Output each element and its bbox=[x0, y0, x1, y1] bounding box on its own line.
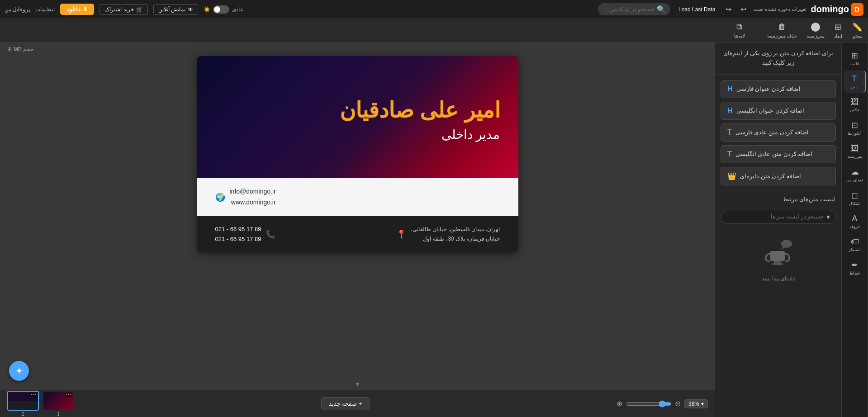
new-page-button[interactable]: + صفحه جدید bbox=[321, 397, 370, 410]
zoom-slider[interactable] bbox=[626, 400, 671, 408]
location-icon: 📍 bbox=[396, 229, 406, 239]
subscribe-button[interactable]: 🛒 خرید اشتراک bbox=[100, 4, 147, 15]
sidebar-item-image[interactable]: 🖼 عکس bbox=[844, 94, 866, 116]
add-persian-text-btn[interactable]: اضافه کردن متن عادی فارسی T bbox=[721, 123, 836, 142]
sidebar-item-pen[interactable]: ✒ خطاط bbox=[844, 256, 866, 279]
sidebar-item-shapes[interactable]: ◻ اشکال bbox=[844, 187, 866, 209]
search-icon: 🔍 bbox=[657, 5, 666, 14]
online-show-button[interactable]: 👁 نمایش آنلاین bbox=[153, 4, 198, 15]
globe-icon: 🌍 bbox=[215, 192, 225, 202]
search-input[interactable] bbox=[602, 6, 654, 13]
text-icon: T bbox=[852, 74, 857, 84]
related-texts-header: لیست متن‌های مرتبط bbox=[715, 191, 841, 207]
page-thumb-1-dots bbox=[65, 393, 72, 397]
download-button[interactable]: ⬇ دانلود bbox=[60, 4, 94, 15]
online-show-label: نمایش آنلاین bbox=[158, 6, 185, 13]
fab-button[interactable]: ✦ bbox=[9, 361, 29, 381]
zoom-in-button[interactable]: ⊕ bbox=[617, 399, 622, 408]
undo-button[interactable]: ↩ bbox=[738, 4, 749, 15]
no-data-text: داده‌ای پیدا نشد bbox=[762, 275, 795, 282]
layers-icon: ⧉ bbox=[736, 22, 742, 32]
text-add-buttons: اضافه کردن عنوان فارسی H اضافه کردن عنوا… bbox=[715, 75, 841, 191]
background-btn-icon bbox=[811, 23, 820, 32]
nav-right: D domingo تغییرات ذخیره نشده است ↩ ↪ Loa… bbox=[598, 3, 863, 16]
toggle-knob bbox=[214, 6, 220, 13]
svg-point-0 bbox=[781, 240, 792, 248]
sidebar-item-icons[interactable]: ⊡ آیکون‌ها bbox=[844, 117, 866, 139]
toolbar-remove-bg[interactable]: 🗑 حذف پس‌زمینه bbox=[767, 22, 797, 39]
remove-bg-icon: 🗑 bbox=[778, 22, 786, 32]
sidebar-item-text[interactable]: T متن bbox=[844, 71, 866, 93]
unsaved-indicator: تغییرات ذخیره نشده است bbox=[753, 6, 806, 12]
panel-header-text: برای اضافه کردن متن بر روی یکی از آیتم‌ه… bbox=[723, 50, 833, 66]
toolbar-background[interactable]: پس‌زمینه bbox=[806, 23, 825, 39]
card-address-line2: خیابان فریمان، پلاک 30، طبقه اول bbox=[411, 234, 500, 243]
load-last-data-button[interactable]: Load Last Data bbox=[675, 5, 719, 14]
sidebar-item-background[interactable]: 🖼 پس‌زمینه bbox=[844, 140, 866, 162]
toggle-switch[interactable] bbox=[213, 5, 229, 14]
add-circle-text-label: اضافه کردن متن دایره‌ای bbox=[740, 173, 801, 180]
card-phone1: 021 - 66 95 17 89 bbox=[215, 224, 261, 234]
main-area: ⊞ قالب T متن 🖼 عکس ⊡ آیکون‌ها 🖼 پس‌زمینه… bbox=[0, 43, 868, 417]
business-card[interactable]: امیر علی صادقیان مدیر داخلی info@domingo… bbox=[197, 56, 518, 252]
toolbar-layers[interactable]: ⧉ لایه‌ها bbox=[734, 22, 745, 39]
canvas-area: حجم MB ⊞ امیر علی صادقیان مدیر داخلی inf… bbox=[0, 43, 715, 417]
settings-button[interactable]: تنظیمات bbox=[35, 6, 55, 13]
dot-2 bbox=[68, 394, 69, 395]
dot-1 bbox=[70, 394, 71, 395]
h-icon-english: H bbox=[727, 107, 733, 115]
redo-button[interactable]: ↪ bbox=[723, 4, 734, 15]
add-english-text-btn[interactable]: اضافه کردن متن عادی انگلیسی T bbox=[721, 145, 836, 163]
card-phones-text: 021 - 66 95 17 89 021 - 66 95 17 89 bbox=[215, 224, 261, 244]
sidebar-item-sticker[interactable]: 🏷 استیکر bbox=[844, 233, 866, 256]
toolbar-content[interactable]: ✏️ محتوا bbox=[851, 22, 863, 39]
canvas-wrapper: امیر علی صادقیان مدیر داخلی info@domingo… bbox=[197, 56, 518, 252]
card-phone2: 021 - 66 95 17 89 bbox=[215, 234, 261, 244]
toolbar-dimensions[interactable]: ⊞ ابعاد bbox=[834, 22, 842, 39]
text-label: متن bbox=[851, 85, 858, 89]
pen-icon: ✒ bbox=[851, 260, 858, 270]
page-number-2: 2 bbox=[7, 412, 39, 417]
app-logo: D domingo bbox=[811, 3, 863, 16]
svg-rect-4 bbox=[772, 263, 783, 265]
my-space-label: فضای من bbox=[846, 178, 863, 182]
file-size-icon: ⊞ bbox=[7, 46, 12, 52]
sidebar-item-letters[interactable]: A حروف bbox=[844, 210, 866, 232]
card-address-line1: تهران، میدان فلسطین، خیابان طالقانی، bbox=[411, 225, 500, 234]
scroll-indicator[interactable]: ▾ bbox=[356, 380, 359, 388]
sidebar-item-my-space[interactable]: ☁ فضای من bbox=[844, 163, 866, 186]
right-panel: برای اضافه کردن متن بر روی یکی از آیتم‌ه… bbox=[715, 43, 842, 417]
zoom-level-badge[interactable]: ▾ 38% bbox=[684, 399, 708, 408]
content-label: محتوا bbox=[851, 33, 863, 39]
zoom-out-button[interactable]: ⊖ bbox=[675, 399, 681, 408]
page-thumb-2[interactable] bbox=[7, 391, 39, 411]
page-thumb-1[interactable] bbox=[43, 391, 74, 411]
h-icon-persian: H bbox=[727, 85, 733, 93]
dot-4 bbox=[35, 394, 36, 395]
file-size-label: حجم MB bbox=[14, 46, 33, 52]
dimensions-icon: ⊞ bbox=[835, 22, 841, 32]
mode-label: عادی bbox=[232, 6, 243, 13]
bottom-bar: ▾ 38% ⊖ ⊕ + صفحه جدید bbox=[0, 390, 715, 417]
related-texts-search-input[interactable] bbox=[726, 213, 824, 220]
crown-icon: 👑 bbox=[727, 172, 736, 180]
card-address-area: تهران، میدان فلسطین، خیابان طالقانی، خیا… bbox=[396, 225, 500, 243]
zoom-controls: ▾ 38% ⊖ ⊕ bbox=[617, 399, 708, 408]
toolbar-divider bbox=[756, 23, 756, 39]
card-address-text: تهران، میدان فلسطین، خیابان طالقانی، خیا… bbox=[411, 225, 500, 243]
add-english-title-label: اضافه کردن عنوان انگلیسی bbox=[736, 107, 805, 114]
sidebar-item-template[interactable]: ⊞ قالب bbox=[844, 47, 866, 70]
add-english-title-btn[interactable]: اضافه کردن عنوان انگلیسی H bbox=[721, 102, 836, 120]
t-icon-persian: T bbox=[727, 128, 732, 137]
mode-toggle-area: عادی ☀️ bbox=[204, 5, 243, 14]
no-data-area: داده‌ای پیدا نشد bbox=[715, 227, 841, 291]
right-icon-sidebar: ⊞ قالب T متن 🖼 عکس ⊡ آیکون‌ها 🖼 پس‌زمینه… bbox=[842, 43, 868, 417]
layers-label: لایه‌ها bbox=[734, 33, 745, 39]
profile-button[interactable]: پروفایل من bbox=[5, 6, 30, 13]
add-circle-text-btn[interactable]: اضافه کردن متن دایره‌ای 👑 bbox=[721, 167, 836, 185]
add-english-text-label: اضافه کردن متن عادی انگلیسی bbox=[735, 151, 812, 157]
canvas-top-bar: حجم MB ⊞ bbox=[0, 43, 715, 56]
add-persian-title-btn[interactable]: اضافه کردن عنوان فارسی H bbox=[721, 80, 836, 98]
icons-label: آیکون‌ها bbox=[848, 131, 862, 136]
card-contact-info: info@domingo.ir www.domingo.ir bbox=[230, 186, 276, 208]
